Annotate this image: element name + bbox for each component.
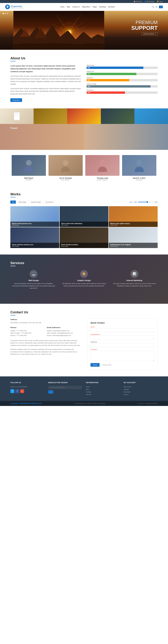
portfolio-thumb-3[interactable] [67, 108, 101, 124]
navbar: Progressive THEME & SOLUTIONS Home Blog … [0, 3, 168, 11]
contact-address-block: Address 45 Archduke, 20 Charleston, New … [10, 318, 81, 324]
read-more-button[interactable]: Read More [10, 98, 22, 102]
skill-fill-html: 70% [87, 73, 136, 75]
team-avatar-4 [122, 155, 156, 176]
svg-point-17 [26, 160, 32, 166]
work-title-3: Mauris quis sapien massa [110, 223, 156, 224]
brand: Progressive THEME & SOLUTIONS [5, 4, 23, 9]
team-member-4: David K. Cohen Developer [121, 154, 158, 182]
contact-address-text: 45 Archduke, 20 Charleston, New York Cit… [10, 322, 81, 324]
portfolio-thumb-4[interactable] [101, 108, 134, 124]
form-group-email: Email Address: * [90, 334, 154, 340]
contact-emails-block: Email Addresses Support: support@example… [47, 326, 81, 337]
nav-home[interactable]: Home [60, 6, 64, 8]
svg-rect-16 [15, 116, 18, 116]
phone-input[interactable] [90, 343, 154, 347]
cart-icon[interactable]: 🛒 [159, 6, 163, 8]
work-title-5: Proin faucibus pretium [61, 244, 107, 246]
footer-info-title: INFORMATION [86, 382, 120, 384]
facebook-icon[interactable]: f [15, 389, 19, 393]
portfolio-thumb-1[interactable] [0, 108, 34, 124]
comment-textarea[interactable] [90, 351, 154, 361]
brand-text: Progressive THEME & SOLUTIONS [11, 5, 23, 9]
newsletter-input[interactable] [48, 386, 82, 389]
brand-tagline: THEME & SOLUTIONS [11, 7, 23, 8]
required-note: * Required fields [102, 364, 111, 366]
team-header-faces [0, 124, 168, 150]
year-start-label: 2000 [134, 201, 137, 203]
web-design-icon: 💻 [30, 270, 38, 278]
team-role-3: Graphic designer [85, 179, 119, 180]
contact-emails-title: Email Addresses [47, 326, 81, 328]
hero-cta-button[interactable]: LEARN MORE ⊙ [141, 32, 158, 36]
footer-info-link-1[interactable]: Home [86, 386, 120, 388]
svg-point-18 [63, 160, 68, 166]
footer-copyright: Copyright © PROGRESSIVE DESIGN, 2013 [10, 402, 42, 404]
work-cat-6: Web Design [110, 246, 156, 247]
footer-follow-col: FOLLOW US Follow us on Social Media: t f… [10, 382, 44, 396]
topbar-home-link[interactable]: 🏠 My Home [134, 1, 142, 2]
filter-graphic-design[interactable]: Graphic Design [29, 200, 43, 204]
form-group-comment: Comment: * [90, 349, 154, 362]
topbar-login-link[interactable]: 🔑 Log in [157, 1, 163, 2]
nav-elements[interactable]: Elements [108, 6, 115, 8]
form-group-phone: Telephone: [90, 341, 154, 347]
team-member-2: Jon O. Example Web designer [47, 154, 84, 182]
year-slider[interactable] [138, 202, 153, 202]
team-title: Team [10, 126, 18, 130]
nav-links: Home Blog Contact us Mega Menu Pages Boo… [60, 6, 115, 8]
form-label-phone: Telephone: [90, 341, 154, 343]
portfolio-strip [0, 108, 168, 124]
email-input[interactable] [90, 336, 154, 340]
work-item-5[interactable]: Proin faucibus pretium Web Design [60, 227, 108, 248]
googleplus-icon[interactable]: g+ [20, 389, 24, 393]
nav-bootstrap[interactable]: Bootstrap [99, 6, 106, 8]
form-submit-row: Submit * Required fields [90, 363, 154, 367]
footer-account-link-3[interactable]: My History [124, 391, 158, 393]
skill-fill-graphic: 90% [87, 85, 150, 88]
topbar-account-link[interactable]: 👤 My Account [144, 1, 154, 2]
quick-contact-box: Quick Contact Name: * Email Address: * T… [87, 318, 158, 370]
filter-ecommerce[interactable]: eCommerce [44, 200, 55, 204]
work-item-4[interactable]: Donec pulvinar pulvinar arcu Web Design [10, 227, 59, 248]
footer-info-link-3[interactable]: Portfolio [86, 391, 120, 393]
footer-info-link-4[interactable]: Services [86, 393, 120, 396]
footer-account-title: MY ACCOUNT [124, 382, 158, 384]
graphic-design-icon: 🎨 [80, 270, 88, 278]
skill-fill-web-design: 80% [87, 66, 143, 69]
skill-graphic-design: Graphic Design 90% [87, 83, 158, 88]
work-item-3[interactable]: Mauris quis sapien massa Web Design [109, 206, 158, 227]
portfolio-thumb-2[interactable] [34, 108, 67, 124]
list-icon[interactable]: ☰ [156, 6, 157, 8]
footer-account-link-4[interactable]: Log out [124, 393, 158, 396]
services-section: Services 💻 Web Design Sed ut perspiciati… [0, 254, 168, 304]
footer-info-link-2[interactable]: Blog [86, 388, 120, 391]
nav-mega[interactable]: Mega Menu [82, 6, 90, 8]
skill-web-design: Web Design 80% [87, 64, 158, 69]
filter-web-design[interactable]: Web Design [17, 200, 28, 204]
team-role-2: Web designer [49, 179, 83, 180]
footer-account-link-1[interactable]: My account [124, 386, 158, 388]
footer-account-link-2[interactable]: Settings [124, 388, 158, 391]
work-item-2[interactable]: Taif et triste tortor bibendum Web Desig… [60, 206, 108, 227]
skill-bars: Web Design 80% HTML/CSS 70% Optimizer [87, 64, 158, 96]
contact-phones-title: Phones [10, 326, 44, 328]
newsletter-button[interactable]: → [48, 390, 53, 394]
about-grid: Lorem ipsum dolor sit amet, consectetur … [10, 64, 158, 102]
nav-contact[interactable]: Contact us [72, 6, 80, 8]
contact-divider [10, 315, 16, 316]
works-divider [10, 197, 16, 198]
submit-button[interactable]: Submit [90, 363, 100, 367]
hero-content: PREMIUM SUPPORT LEARN MORE ⊙ [131, 20, 168, 41]
name-input[interactable] [90, 328, 154, 332]
work-item-1[interactable]: Wuiod morbi posuere arcu Web Design [10, 206, 59, 227]
search-icon[interactable]: 🔍 [152, 6, 154, 8]
nav-pages[interactable]: Pages [93, 6, 97, 8]
work-item-6[interactable]: Pellentesque at sto magnus Web Design [109, 227, 158, 248]
filter-all[interactable]: All [10, 200, 16, 204]
nav-blog[interactable]: Blog [67, 6, 70, 8]
portfolio-thumb-5[interactable] [134, 108, 168, 124]
twitter-icon[interactable]: t [10, 389, 14, 393]
skill-optimizer: Optimizer 60% [87, 77, 158, 81]
portfolio-image-4 [101, 108, 134, 124]
